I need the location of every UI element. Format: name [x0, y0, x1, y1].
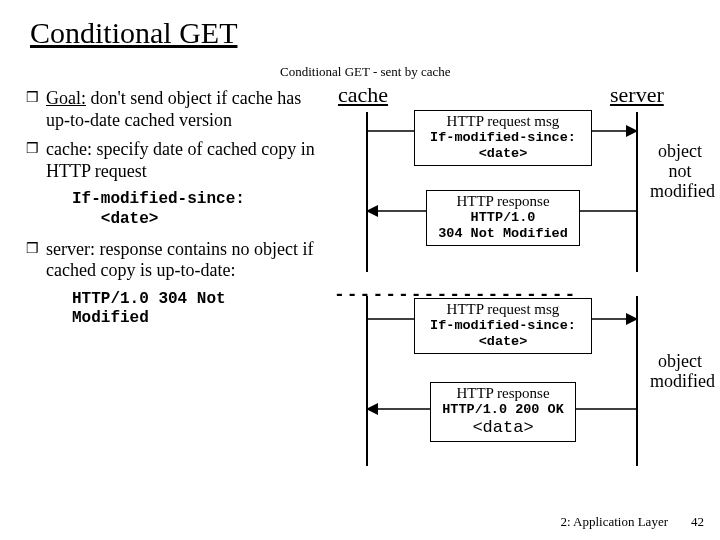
note1-l3: modified	[650, 181, 715, 201]
note-modified: object modified	[650, 352, 710, 392]
bullet-goal: Goal: don't send object if cache has up-…	[26, 88, 326, 131]
slide-title: Conditional GET	[30, 16, 237, 50]
msg-response-2-l1: HTTP/1.0 200 OK	[433, 402, 573, 418]
server-code-l1: HTTP/1.0 304 Not	[72, 290, 226, 308]
svg-marker-1	[626, 125, 638, 137]
msg-response-1-l2: 304 Not Modified	[429, 226, 577, 242]
note2-l1: object	[658, 351, 702, 371]
footer-chapter: 2: Application Layer	[560, 514, 668, 530]
bullet-list: Goal: don't send object if cache has up-…	[26, 88, 326, 182]
bullet-list-2: server: response contains no object if c…	[26, 239, 326, 282]
diagram: cache server HTTP request msg If-modifie…	[330, 82, 710, 502]
note1-l2: not	[668, 161, 691, 181]
cache-code-l1: If-modified-since:	[72, 190, 245, 208]
slide-subtitle: Conditional GET - sent by cache	[280, 64, 451, 80]
diagram-header-cache: cache	[338, 82, 388, 108]
msg-request-2-l1: If-modified-since:	[417, 318, 589, 334]
left-column: Goal: don't send object if cache has up-…	[26, 88, 326, 338]
svg-marker-5	[626, 313, 638, 325]
footer-page-number: 42	[691, 514, 704, 530]
server-code-l2: Modified	[72, 309, 149, 327]
msg-response-2-l2: <data>	[433, 418, 573, 438]
server-code: HTTP/1.0 304 Not Modified	[72, 290, 326, 328]
diagram-header-server: server	[610, 82, 664, 108]
bullet-server: server: response contains no object if c…	[26, 239, 326, 282]
cache-code: If-modified-since: <date>	[72, 190, 326, 228]
goal-label: Goal:	[46, 88, 86, 108]
msg-request-1-title: HTTP request msg	[417, 113, 589, 130]
msg-request-2: HTTP request msg If-modified-since: <dat…	[414, 298, 592, 354]
msg-request-1: HTTP request msg If-modified-since: <dat…	[414, 110, 592, 166]
note1-l1: object	[658, 141, 702, 161]
svg-marker-7	[366, 403, 378, 415]
svg-marker-3	[366, 205, 378, 217]
note2-l2: modified	[650, 371, 715, 391]
note-not-modified: object not modified	[650, 142, 710, 201]
msg-response-1-title: HTTP response	[429, 193, 577, 210]
msg-response-1: HTTP response HTTP/1.0 304 Not Modified	[426, 190, 580, 246]
msg-response-1-l1: HTTP/1.0	[429, 210, 577, 226]
cache-code-l2: <date>	[101, 210, 159, 228]
msg-request-2-l2: <date>	[417, 334, 589, 350]
msg-response-2-title: HTTP response	[433, 385, 573, 402]
msg-response-2: HTTP response HTTP/1.0 200 OK <data>	[430, 382, 576, 442]
msg-request-1-l1: If-modified-since:	[417, 130, 589, 146]
msg-request-1-l2: <date>	[417, 146, 589, 162]
msg-request-2-title: HTTP request msg	[417, 301, 589, 318]
bullet-cache: cache: specify date of cached copy in HT…	[26, 139, 326, 182]
